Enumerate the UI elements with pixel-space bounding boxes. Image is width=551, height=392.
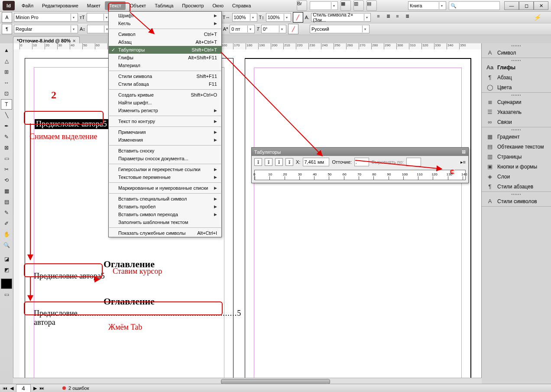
page-right[interactable] xyxy=(245,58,471,384)
panel-указатель[interactable]: ☰Указатель xyxy=(482,107,551,117)
menu-item-вставить-специальный-символ[interactable]: Вставить специальный символ▶ xyxy=(109,195,221,203)
menu-справка[interactable]: Справка xyxy=(228,1,255,10)
menu-item-вставить-символ-перехода[interactable]: Вставить символ перехода▶ xyxy=(109,211,221,218)
panel-страницы[interactable]: ▥Страницы xyxy=(482,152,551,162)
menu-item-стили-абзаца[interactable]: Стили абзацаF11 xyxy=(109,80,221,88)
panel-символ[interactable]: AСимвол xyxy=(482,48,551,58)
dropdown-icon[interactable]: ▾ xyxy=(71,14,76,21)
gradient-tool[interactable]: ▦ xyxy=(1,186,12,196)
page-nav-first-icon[interactable]: ⏮ xyxy=(3,386,7,391)
minimize-button[interactable]: — xyxy=(504,1,519,10)
help-search[interactable]: 🔍 xyxy=(449,1,500,10)
maximize-button[interactable]: ◻ xyxy=(519,1,534,10)
scale-x-combo[interactable]: 100%▾ xyxy=(232,13,257,22)
menu-редактирование[interactable]: Редактирование xyxy=(38,1,83,10)
menu-item-найти-шрифт...[interactable]: Найти шрифт... xyxy=(109,99,221,107)
align-center-button[interactable]: ≣ xyxy=(386,13,394,21)
menu-item-показать-служебные-символы[interactable]: Показать служебные символыAlt+Ctrl+I xyxy=(109,229,221,237)
tabs-panel[interactable]: Табуляторы ⊠ ↧ ↧ ↧ ↧ X: Отточие: Выровня… xyxy=(251,147,469,183)
gap-tool[interactable]: ↔ xyxy=(1,78,12,88)
language-combo[interactable]: Русский▾ xyxy=(310,25,369,33)
menu-item-создать-кривые[interactable]: Создать кривыеShift+Ctrl+O xyxy=(109,91,221,99)
panel-слои[interactable]: ◈Слои xyxy=(482,172,551,181)
menu-item-кегль[interactable]: Кегль▶ xyxy=(109,19,221,27)
type-tool[interactable]: T xyxy=(1,99,12,110)
panel-сценарии[interactable]: ≣Сценарии xyxy=(482,97,551,107)
text-menu-dropdown[interactable]: Шрифт▶Кегль▶СимволCtrl+TАбзацAlt+Ctrl+TТ… xyxy=(108,11,222,237)
transform-tool[interactable]: ⟲ xyxy=(1,175,12,185)
bridge-button[interactable]: Br xyxy=(297,0,307,11)
quick-apply-icon[interactable]: ⚡ xyxy=(525,14,549,21)
menu-файл[interactable]: Файл xyxy=(17,1,38,10)
note-tool[interactable]: ✎ xyxy=(1,207,12,218)
tab-align-input[interactable] xyxy=(406,158,421,166)
menu-item-примечания[interactable]: Примечания▶ xyxy=(109,128,221,136)
panel-menu-icon[interactable]: ▸≡ xyxy=(460,159,466,165)
para-mode-icon[interactable]: ¶ xyxy=(2,24,12,34)
menu-item-изменения[interactable]: Изменения▶ xyxy=(109,136,221,144)
menu-item-материал[interactable]: Материал xyxy=(109,62,221,69)
workspace-switcher[interactable]: Книга ▾ xyxy=(408,1,446,10)
skew-combo[interactable]: 0°▾ xyxy=(261,25,286,33)
menu-макет[interactable]: Макет xyxy=(83,1,105,10)
zoom-field[interactable]: 80,1% ▾ xyxy=(310,1,338,10)
char-mode-icon[interactable]: A xyxy=(2,12,12,23)
dropdown-icon[interactable]: ▾ xyxy=(439,2,444,9)
menu-item-глифы[interactable]: ГлифыAlt+Shift+F11 xyxy=(109,54,221,62)
tab-align-decimal-icon[interactable]: ↧ xyxy=(285,158,293,166)
close-tab-icon[interactable]: × xyxy=(73,38,75,43)
menu-item-текстовые-переменные[interactable]: Текстовые переменные▶ xyxy=(109,173,221,181)
menu-item-стили-символа[interactable]: Стили символаShift+F11 xyxy=(109,72,221,80)
menu-item-абзац[interactable]: АбзацAlt+Ctrl+T xyxy=(109,38,221,46)
menu-item-вставить-пробел[interactable]: Вставить пробел▶ xyxy=(109,203,221,211)
font-size-combo[interactable]: ▾ xyxy=(87,13,111,22)
menu-окно[interactable]: Окно xyxy=(208,1,228,10)
menu-item-табуляторы[interactable]: ТабуляторыShift+Ctrl+T xyxy=(109,46,221,54)
page-number-input[interactable] xyxy=(16,384,31,392)
tabs-ruler[interactable]: 🧲 0102030405060708090100110120130140 xyxy=(254,170,466,180)
char-style-combo[interactable]: Стиль символа 2+ (Зак...▾ xyxy=(311,13,371,22)
dropdown-icon[interactable]: ▾ xyxy=(71,26,76,32)
arrange-button[interactable]: ▥ xyxy=(353,0,364,11)
rectangle-tool[interactable]: ▭ xyxy=(1,153,12,164)
panel-обтекание-текстом[interactable]: ▤Обтекание текстом xyxy=(482,142,551,152)
error-count[interactable]: 2 ошибок xyxy=(68,386,89,391)
dropdown-icon[interactable]: ▾ xyxy=(331,2,337,9)
line-tool[interactable]: ╲ xyxy=(1,110,12,120)
font-family-combo[interactable]: Minion Pro ▾ xyxy=(14,13,78,22)
panel-цвета[interactable]: ◯Цвета xyxy=(482,82,551,92)
panel-градиент[interactable]: ▦Градиент xyxy=(482,132,551,142)
panel-связи[interactable]: ∞Связи xyxy=(482,117,551,127)
fill-stroke-swap[interactable]: ◪ xyxy=(1,254,12,264)
tabs-panel-title-bar[interactable]: Табуляторы ⊠ xyxy=(252,148,468,156)
canvas[interactable]: 0102030405060708090100110120130140150160… xyxy=(13,43,481,384)
pen-tool[interactable]: ✒ xyxy=(1,121,12,131)
eyedropper-tool[interactable]: ✐ xyxy=(1,218,12,229)
panel-стили-символов[interactable]: AСтили символов xyxy=(482,196,551,206)
menu-item-параметры-сносок-документа...[interactable]: Параметры сносок документа... xyxy=(109,155,221,162)
baseline-combo[interactable]: 0 пт▾ xyxy=(230,25,255,33)
content-tool[interactable]: ⊡ xyxy=(1,88,12,99)
menu-item-символ[interactable]: СимволCtrl+T xyxy=(109,30,221,38)
page-tool[interactable]: ⊞ xyxy=(1,67,12,77)
close-button[interactable]: ✕ xyxy=(534,1,548,10)
menu-item-вставить-сноску[interactable]: Вставить сноску xyxy=(109,147,221,155)
gradient-feather-tool[interactable]: ▤ xyxy=(1,197,12,207)
horizontal-scrollbar[interactable] xyxy=(13,378,482,384)
pencil-tool[interactable]: ✎ xyxy=(1,132,12,142)
menu-item-шрифт[interactable]: Шрифт▶ xyxy=(109,12,221,19)
menu-item-текст-по-контуру[interactable]: Текст по контуру▶ xyxy=(109,117,221,125)
page-nav-next-icon[interactable]: ▶ xyxy=(33,386,37,391)
leading-combo[interactable]: ▾ xyxy=(87,25,111,33)
font-style-combo[interactable]: Regular ▾ xyxy=(14,25,78,33)
default-fill[interactable] xyxy=(1,279,12,289)
hand-tool[interactable]: ✋ xyxy=(1,229,12,240)
selection-tool[interactable]: ▲ xyxy=(1,45,12,55)
menu-просмотр[interactable]: Просмотр xyxy=(178,1,208,10)
screen-mode-tool[interactable]: ▭ xyxy=(1,289,12,300)
screen-mode-button[interactable]: ▦ xyxy=(340,0,351,11)
panel-кнопки-и-формы[interactable]: ▣Кнопки и формы xyxy=(482,162,551,172)
fill-swatch[interactable]: ╱ xyxy=(293,12,303,23)
menu-item-изменить-регистр[interactable]: Изменить регистр▶ xyxy=(109,107,221,114)
panel-стили-абзацев[interactable]: ¶Стили абзацев xyxy=(482,181,551,191)
